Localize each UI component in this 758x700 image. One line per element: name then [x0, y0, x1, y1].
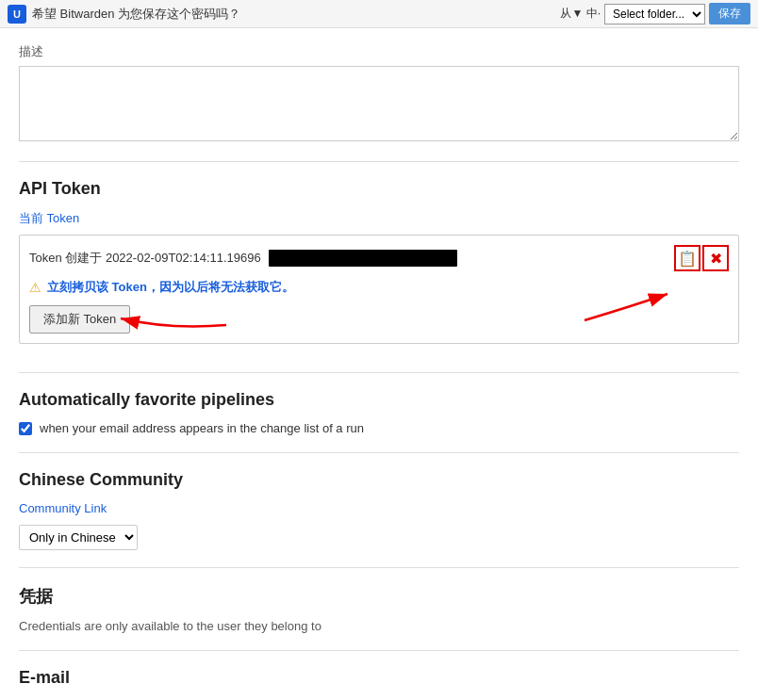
chinese-community-section: Chinese Community Community Link Only in… [19, 470, 739, 550]
community-link-select[interactable]: Only in Chinese All Languages English On… [19, 525, 138, 550]
divider-2 [19, 372, 739, 373]
bitwarden-prompt-text: 希望 Bitwarden 为您保存这个密码吗？ [32, 6, 240, 23]
bitwarden-prompt-bar: U 希望 Bitwarden 为您保存这个密码吗？ [8, 5, 560, 24]
from-label: 从▼ 中· [560, 6, 601, 22]
divider-4 [19, 567, 739, 568]
warning-text: 立刻拷贝该 Token，因为以后将无法获取它。 [47, 279, 294, 296]
bitwarden-icon: U [8, 5, 26, 24]
api-token-heading: API Token [19, 179, 739, 199]
credentials-section: 凭据 Credentials are only available to the… [19, 585, 739, 633]
folder-select[interactable]: Select folder... [604, 4, 705, 24]
email-section: E-mail [19, 668, 739, 688]
token-box: Token 创建于 2022-02-09T02:14:11.19696 📋 ✖ … [19, 235, 739, 344]
description-textarea[interactable] [19, 66, 739, 141]
top-bar-right: 从▼ 中· Select folder... 保存 [560, 3, 750, 24]
auto-favorite-row: when your email address appears in the c… [19, 421, 739, 435]
token-warning: ⚠ 立刻拷贝该 Token，因为以后将无法获取它。 [29, 279, 729, 296]
api-token-section: API Token 当前 Token Token 创建于 2022-02-09T… [19, 179, 739, 344]
delete-token-button[interactable]: ✖ [702, 245, 729, 271]
divider-3 [19, 452, 739, 453]
copy-token-button[interactable]: 📋 [674, 245, 700, 271]
top-bar: U 希望 Bitwarden 为您保存这个密码吗？ 从▼ 中· Select f… [0, 0, 758, 28]
credentials-heading: 凭据 [19, 585, 739, 608]
email-heading: E-mail [19, 668, 739, 688]
main-content: 描述 API Token 当前 Token Token 创建于 2022-02-… [0, 28, 758, 700]
divider-1 [19, 161, 739, 162]
token-actions: 📋 ✖ [674, 245, 729, 271]
auto-favorite-heading: Automatically favorite pipelines [19, 390, 739, 410]
description-section: 描述 [19, 43, 739, 144]
token-created-text: Token 创建于 2022-02-09T02:14:11.19696 [29, 250, 261, 267]
token-masked [269, 250, 457, 267]
delete-icon: ✖ [710, 250, 722, 268]
auto-favorite-section: Automatically favorite pipelines when yo… [19, 390, 739, 435]
copy-icon: 📋 [678, 250, 697, 268]
divider-5 [19, 650, 739, 651]
credentials-desc-text: Credentials are only available to the us… [19, 619, 321, 633]
current-token-label: 当前 Token [19, 210, 739, 227]
auto-favorite-checkbox[interactable] [19, 422, 32, 435]
add-token-button[interactable]: 添加新 Token [29, 305, 130, 334]
description-label: 描述 [19, 43, 739, 60]
auto-favorite-label: when your email address appears in the c… [40, 421, 364, 435]
credentials-description: Credentials are only available to the us… [19, 619, 739, 633]
community-link-label: Community Link [19, 501, 739, 515]
warning-icon: ⚠ [29, 280, 41, 295]
token-row: Token 创建于 2022-02-09T02:14:11.19696 📋 ✖ [29, 245, 729, 271]
save-button[interactable]: 保存 [709, 3, 750, 24]
chinese-community-heading: Chinese Community [19, 470, 739, 490]
